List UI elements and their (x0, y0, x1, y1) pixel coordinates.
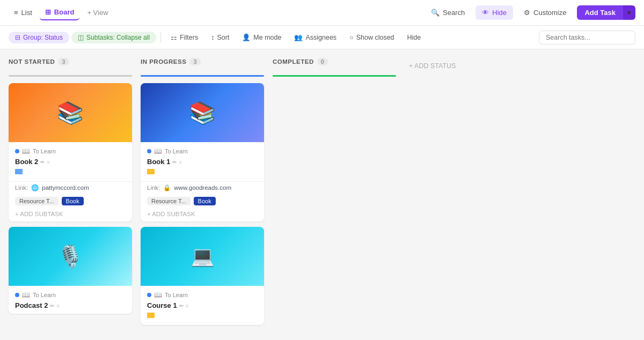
emoji-course1: 📖 (154, 291, 162, 299)
list-label: List (21, 9, 32, 17)
card-tags-book1: Resource T... Book (141, 194, 264, 209)
me-mode-button[interactable]: 👤 Me mode (237, 31, 287, 44)
add-status-column: + ADD STATUS (405, 58, 460, 331)
column-header-not-started: NOT STARTED 3 (9, 58, 132, 70)
card-image-book2: 📚 (9, 83, 132, 142)
column-title-not-started: NOT STARTED 3 (9, 58, 69, 65)
gear-icon: ⚙ (524, 9, 530, 17)
assignees-button[interactable]: 👥 Assignees (289, 31, 342, 44)
flag-row-book1 (147, 168, 258, 176)
title-text-book1: Book 1 (147, 158, 170, 166)
meta-label-podcast2: To Learn (33, 292, 56, 298)
add-task-chevron[interactable]: ▾ (623, 5, 635, 20)
card-image-podcast2: 🎙️ (9, 227, 132, 286)
title-text-book2: Book 2 (15, 158, 38, 166)
emoji-podcast2: 📖 (22, 291, 30, 299)
column-title-label: NOT STARTED (9, 58, 55, 65)
card-body-podcast2: 📖 To Learn Podcast 2 (9, 286, 132, 314)
flag-book1 (147, 169, 155, 174)
card-meta-book2: 📖 To Learn (15, 147, 126, 155)
group-icon: ⊟ (15, 34, 20, 41)
add-status-label: + ADD STATUS (409, 62, 456, 70)
meta-dot-podcast2 (15, 293, 19, 297)
column-header-in-progress: IN PROGRESS 3 (141, 58, 264, 70)
search-icon: 🔍 (431, 9, 440, 17)
column-in-progress: IN PROGRESS 3 📚 📖 To Learn Book 1 (141, 58, 264, 331)
type-tag-book1: Book (194, 197, 216, 205)
link-text-book2: pattymccord.com (42, 184, 89, 191)
link-text-book1: www.goodreads.com (174, 184, 231, 191)
hide-label: Hide (407, 34, 421, 41)
card-body-book2: 📖 To Learn Book 2 (9, 142, 132, 181)
column-bar-in-progress (141, 75, 264, 77)
search-label: Search (443, 9, 465, 17)
card-meta-course1: 📖 To Learn (147, 291, 258, 299)
card-body-book1: 📖 To Learn Book 1 (141, 142, 264, 181)
pencil-icon-book2 (40, 158, 45, 166)
column-count-not-started: 3 (58, 58, 69, 65)
card-book2[interactable]: 📚 📖 To Learn Book 2 Link: 🌐 (9, 83, 132, 221)
column-title-label-comp: COMPLETED (273, 58, 314, 65)
subtasks-button[interactable]: ◫ Subtasks: Collapse all (71, 32, 156, 43)
add-subtask-book2[interactable]: + ADD SUBTASK (9, 209, 132, 221)
eye-icon: 👁 (482, 9, 489, 17)
chevron-down-icon: ▾ (627, 9, 631, 17)
subtasks-icon: ◫ (78, 34, 84, 41)
type-tag-book2: Book (62, 197, 84, 205)
nav-right: 🔍 Search 👁 Hide ⚙ Customize Add Task ▾ (425, 5, 635, 20)
flag-row-course1 (147, 312, 258, 320)
add-task-group: Add Task ▾ (577, 5, 635, 20)
sort-icon: ↕ (211, 34, 214, 41)
sort-button[interactable]: ↕ Sort (206, 31, 235, 44)
board: NOT STARTED 3 📚 📖 To Learn Book 2 (0, 49, 644, 340)
meta-dot-book1 (147, 149, 151, 153)
group-status-button[interactable]: ⊟ Group: Status (9, 32, 69, 43)
card-course1[interactable]: 💻 📖 To Learn Course 1 (141, 227, 264, 325)
toolbar-left: ⊟ Group: Status ◫ Subtasks: Collapse all… (9, 31, 426, 44)
board-nav-item[interactable]: ⊞ Board (40, 5, 80, 20)
customize-button[interactable]: ⚙ Customize (517, 5, 573, 20)
column-header-completed: COMPLETED 0 (273, 58, 396, 70)
lines-icon-podcast2 (56, 301, 60, 309)
column-bar-not-started (9, 75, 132, 77)
card-title-podcast2: Podcast 2 (15, 301, 126, 309)
card-title-book2: Book 2 (15, 158, 126, 166)
list-nav-item[interactable]: ≡ List (9, 5, 38, 20)
add-view-label: + View (87, 9, 108, 17)
board-label: Board (54, 8, 75, 16)
hide-toolbar-button[interactable]: Hide (402, 31, 427, 44)
show-closed-label: Show closed (356, 34, 394, 41)
eye2-icon: ○ (349, 34, 354, 41)
filters-button[interactable]: ⚏ Filters (165, 31, 203, 44)
pencil-icon-podcast2 (50, 301, 54, 309)
hide-button[interactable]: 👁 Hide (475, 5, 513, 20)
card-podcast2[interactable]: 🎙️ 📖 To Learn Podcast 2 (9, 227, 132, 314)
link-label-book1: Link: (147, 184, 160, 191)
column-bar-completed (273, 75, 396, 77)
lock-icon-book1: 🔒 (163, 184, 171, 191)
card-body-course1: 📖 To Learn Course 1 (141, 286, 264, 325)
meta-dot-course1 (147, 293, 151, 297)
list-icon: ≡ (14, 9, 18, 17)
card-image-course1: 💻 (141, 227, 264, 286)
person-icon: 👤 (242, 33, 251, 41)
search-button[interactable]: 🔍 Search (425, 5, 471, 20)
nav-left: ≡ List ⊞ Board + View (9, 5, 114, 20)
me-mode-label: Me mode (253, 34, 281, 41)
card-link-book1: Link: 🔒 www.goodreads.com (141, 181, 264, 194)
add-view-btn[interactable]: + View (82, 5, 113, 20)
lines-icon-book2 (47, 158, 50, 166)
search-tasks-input[interactable] (539, 31, 635, 45)
column-title-completed: COMPLETED 0 (273, 58, 328, 65)
add-status-button[interactable]: + ADD STATUS (405, 60, 460, 72)
card-book1[interactable]: 📚 📖 To Learn Book 1 Link: 🔒 (141, 83, 264, 221)
add-task-button[interactable]: Add Task (577, 5, 623, 20)
toolbar: ⊟ Group: Status ◫ Subtasks: Collapse all… (0, 26, 644, 49)
show-closed-button[interactable]: ○ Show closed (344, 31, 399, 44)
card-image-book1: 📚 (141, 83, 264, 142)
top-nav: ≡ List ⊞ Board + View 🔍 Search 👁 Hide ⚙ … (0, 0, 644, 26)
pencil-icon-book1 (172, 158, 177, 166)
meta-label-course1: To Learn (165, 292, 188, 298)
add-subtask-book1[interactable]: + ADD SUBTASK (141, 209, 264, 221)
link-label-book2: Link: (15, 184, 28, 191)
